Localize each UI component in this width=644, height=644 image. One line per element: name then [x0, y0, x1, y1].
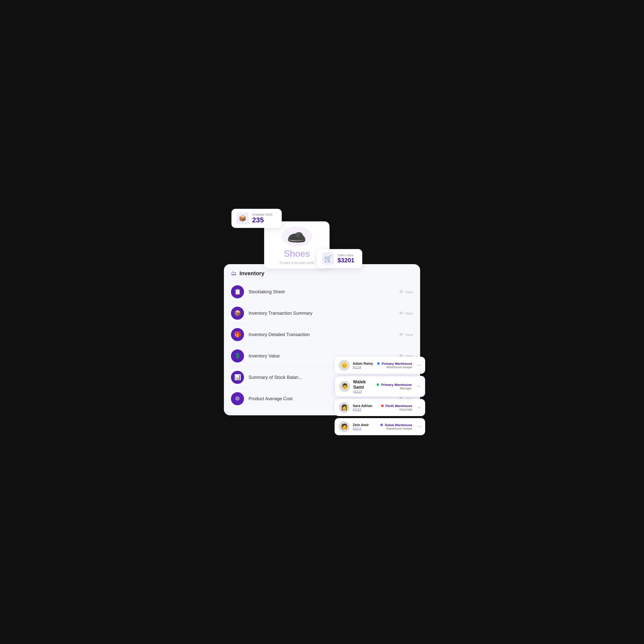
shoes-name: Shoes	[272, 249, 322, 259]
inventory-item-transaction-summary[interactable]: 📦 Inventory Transaction Summary 👁 View	[231, 303, 413, 324]
warehouse-name-sara: Perth Warehouse	[381, 404, 412, 408]
scene: 📦 Available Stock 235 Shoes 23 pairs i	[224, 209, 420, 435]
transaction-summary-label: Inventory Transaction Summary	[249, 311, 394, 316]
warehouse-dot-sara	[381, 405, 384, 407]
avatar-malek: 👨	[339, 381, 350, 392]
staff-info-adam: Adam Ramy #1114	[353, 361, 374, 369]
avatar-sara: 👩	[339, 402, 350, 413]
staff-name-zein: Zein Amir	[353, 423, 377, 427]
warehouse-name-zein: Dubai Warehouse	[380, 423, 412, 427]
warehouse-role-sara: Associate	[381, 408, 412, 411]
transaction-summary-icon: 📦	[231, 307, 244, 320]
warehouse-info-zein: Dubai Warehouse Warehouse Keeper	[380, 423, 412, 430]
warehouse-dot-malek	[377, 383, 379, 386]
warehouse-label-adam: Primary Warehouse	[382, 362, 412, 366]
warehouse-label-zein: Dubai Warehouse	[385, 423, 412, 427]
shoe-svg	[286, 229, 308, 244]
value-icon: 💲	[231, 349, 244, 363]
stocklaking-view-label: View	[405, 290, 413, 294]
sales-value-card: 🛒 Sales Value $3201	[317, 249, 362, 268]
staff-id-malek[interactable]: #1113	[353, 390, 374, 393]
staff-info-zein: Zein Amir #1111	[353, 423, 377, 430]
stocklaking-icon: 📋	[231, 285, 244, 298]
warehouse-role-adam: Warehouse Keeper	[377, 366, 412, 369]
transaction-summary-view[interactable]: 👁 View	[399, 311, 413, 316]
detailed-view-label: View	[405, 333, 413, 337]
warehouse-name-malek: Primary Warehouse	[377, 383, 412, 387]
inventory-item-stocklaking[interactable]: 📋 Stocklaking Sheet 👁 View	[231, 281, 413, 303]
staff-card-sara[interactable]: 👩 Sara Adrian #1112 Perth Warehouse Asso…	[335, 399, 425, 416]
shoe-image	[282, 226, 312, 247]
available-stock-card: 📦 Available Stock 235	[231, 209, 282, 228]
detailed-view[interactable]: 👁 View	[399, 332, 413, 337]
staff-id-zein[interactable]: #1111	[353, 427, 377, 430]
warehouse-info-sara: Perth Warehouse Associate	[381, 404, 412, 411]
avatar-adam: 👴	[339, 360, 350, 371]
eye-icon-3: 👁	[399, 332, 404, 337]
panel-header: 🗂 Inventory	[231, 270, 413, 277]
warehouse-label-malek: Primary Warehouse	[381, 383, 412, 387]
warehouse-dot-adam	[377, 362, 380, 365]
eye-icon: 👁	[399, 289, 404, 295]
staff-name-malek: Malek Sami	[353, 379, 374, 390]
available-stock-value: 235	[252, 216, 273, 224]
shoes-sub: 23 pairs in the past month	[272, 261, 322, 265]
sales-value-icon: 🛒	[322, 253, 334, 265]
warehouse-role-malek: Manager	[377, 387, 412, 390]
warehouse-dot-zein	[380, 424, 383, 426]
staff-name-adam: Adam Ramy	[353, 361, 374, 366]
detailed-label: Inventory Detailed Transaction	[249, 332, 394, 337]
staff-id-adam[interactable]: #1114	[353, 366, 374, 369]
staff-info-malek: Malek Sami #1113	[353, 379, 374, 393]
stocklaking-view[interactable]: 👁 View	[399, 289, 413, 295]
staff-info-sara: Sara Adrian #1112	[353, 404, 378, 411]
warehouse-label-sara: Perth Warehouse	[386, 404, 412, 408]
staff-card-malek[interactable]: 👨 Malek Sami #1113 Primary Warehouse Man…	[335, 376, 425, 397]
more-btn-sara[interactable]: ···	[417, 405, 421, 410]
inventory-header-icon: 🗂	[231, 270, 236, 277]
inventory-item-detailed[interactable]: 🎁 Inventory Detailed Transaction 👁 View	[231, 324, 413, 345]
sales-value-text: Sales Value $3201	[338, 254, 354, 264]
avg-cost-icon: ⚙	[231, 392, 244, 405]
warehouse-role-zein: Warehouse Keeper	[380, 427, 412, 430]
sales-value-value: $3201	[338, 257, 354, 264]
warehouse-name-adam: Primary Warehouse	[377, 362, 412, 366]
sales-value-label: Sales Value	[338, 254, 354, 257]
staff-name-sara: Sara Adrian	[353, 404, 378, 408]
warehouse-info-malek: Primary Warehouse Manager	[377, 383, 412, 390]
detailed-icon: 🎁	[231, 328, 244, 341]
more-btn-malek[interactable]: ···	[417, 384, 421, 389]
avatar-zein: 🧑	[339, 421, 350, 432]
stocklaking-label: Stocklaking Sheet	[249, 289, 394, 295]
staff-card-zein[interactable]: 🧑 Zein Amir #1111 Dubai Warehouse Wareho…	[335, 418, 425, 435]
transaction-summary-view-label: View	[405, 311, 413, 315]
available-stock-icon: 📦	[236, 212, 249, 224]
inventory-header-title: Inventory	[239, 270, 264, 277]
staff-id-sara[interactable]: #1112	[353, 408, 378, 411]
warehouse-info-adam: Primary Warehouse Warehouse Keeper	[377, 362, 412, 369]
available-stock-label: Available Stock	[252, 213, 273, 216]
available-stock-text: Available Stock 235	[252, 213, 273, 224]
more-btn-zein[interactable]: ···	[417, 424, 421, 429]
staff-card-adam[interactable]: 👴 Adam Ramy #1114 Primary Warehouse Ware…	[335, 357, 425, 374]
eye-icon-2: 👁	[399, 311, 404, 316]
stock-balance-icon: 📊	[231, 371, 244, 384]
staff-overlay: 👴 Adam Ramy #1114 Primary Warehouse Ware…	[335, 357, 425, 435]
more-btn-adam[interactable]: ···	[417, 363, 421, 368]
